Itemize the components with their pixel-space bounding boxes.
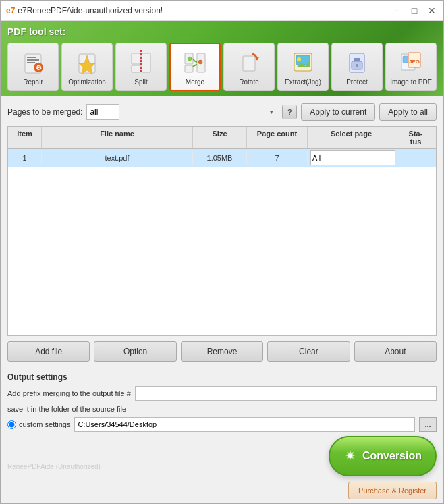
apply-all-button[interactable]: Apply to all	[379, 103, 437, 121]
svg-rect-13	[185, 65, 193, 72]
tool-extract[interactable]: Extract(Jpg)	[277, 43, 329, 91]
browse-button[interactable]: ...	[419, 417, 437, 432]
table-row[interactable]: 1 text.pdf 1.05MB 7 ▼	[8, 149, 436, 167]
extract-icon	[289, 49, 316, 76]
svg-rect-9	[132, 65, 140, 72]
bottom-row: ReneePDFAide (Unauthorized) Conversion P…	[7, 436, 437, 499]
window-title: e7ReneePDFAide-unauthorized version!	[18, 6, 163, 16]
svg-point-16	[198, 60, 202, 64]
row-pagecount: 7	[247, 151, 308, 165]
tool-optimization[interactable]: Optimization	[61, 43, 113, 91]
pages-select-wrapper: all custom	[86, 104, 278, 120]
custom-radio[interactable]	[7, 420, 16, 429]
prefix-row: Add prefix merging to the output file #	[7, 386, 437, 401]
file-table: Item File name Size Page count Select pa…	[7, 126, 437, 336]
row-filename: text.pdf	[42, 151, 193, 165]
close-button[interactable]: ✕	[426, 5, 438, 17]
tool-split[interactable]: Split	[115, 43, 167, 91]
svg-rect-3	[27, 62, 35, 63]
title-bar: e7 e7ReneePDFAide-unauthorized version! …	[1, 1, 443, 21]
tool-merge[interactable]: Merge	[169, 43, 221, 91]
merge-icon	[182, 49, 209, 76]
col-size: Size	[193, 127, 247, 148]
extract-label: Extract(Jpg)	[285, 78, 321, 86]
page-select-input[interactable]	[310, 150, 395, 165]
bottom-right-area: Conversion Purchase & Register	[329, 436, 437, 499]
svg-point-21	[297, 57, 301, 61]
tool-rotate[interactable]: Rotate	[223, 43, 275, 91]
protect-label: Protect	[346, 78, 368, 86]
table-body: 1 text.pdf 1.05MB 7 ▼	[8, 149, 436, 335]
apply-current-button[interactable]: Apply to current	[301, 103, 375, 121]
col-item: Item	[8, 127, 42, 148]
row-item: 1	[8, 151, 42, 165]
rotate-icon	[235, 49, 262, 76]
action-buttons: Add file Option Remove Clear About	[7, 341, 437, 362]
prefix-label: Add prefix merging to the output file #	[7, 389, 131, 397]
content-area: Pages to be merged: all custom ? Apply t…	[1, 96, 443, 368]
svg-point-15	[188, 57, 192, 61]
tool-icons-container: ⚙ Repair Optimization	[7, 43, 437, 91]
repair-label: Repair	[23, 78, 43, 86]
repair-icon: ⚙	[20, 49, 47, 76]
option-button[interactable]: Option	[94, 341, 176, 362]
svg-rect-17	[243, 56, 255, 71]
about-button[interactable]: About	[354, 341, 437, 362]
svg-rect-10	[142, 53, 150, 72]
toolbar-area: PDF tool set: ⚙ Repair	[1, 21, 443, 96]
custom-radio-label: custom settings	[19, 420, 70, 428]
col-status: Sta-tus	[395, 127, 436, 148]
row-size: 1.05MB	[193, 151, 247, 165]
save-row: save it in the folder of the source file	[7, 405, 437, 413]
svg-text:JPG: JPG	[409, 59, 420, 65]
output-settings: Output settings Add prefix merging to th…	[7, 372, 437, 432]
col-selectpage: Select page	[308, 127, 395, 148]
remove-button[interactable]: Remove	[181, 341, 263, 362]
svg-rect-1	[27, 57, 36, 58]
table-header: Item File name Size Page count Select pa…	[8, 127, 436, 149]
tool-image-to-pdf[interactable]: JPG Image to PDF	[385, 43, 437, 91]
row-status	[395, 155, 436, 161]
minimize-button[interactable]: −	[391, 5, 403, 17]
conversion-button[interactable]: Conversion	[329, 436, 437, 476]
split-icon	[128, 49, 155, 76]
conversion-gear-icon	[343, 449, 357, 463]
tool-repair[interactable]: ⚙ Repair	[7, 43, 59, 91]
add-file-button[interactable]: Add file	[7, 341, 90, 362]
purchase-button[interactable]: Purchase & Register	[348, 482, 437, 499]
toolbar-label: PDF tool set:	[7, 26, 437, 37]
help-button[interactable]: ?	[282, 105, 297, 119]
merge-label: Merge	[186, 78, 204, 86]
pages-select[interactable]: all custom	[86, 104, 119, 120]
col-pagecount: Page count	[247, 127, 308, 148]
row-selectpage: ▼	[308, 149, 395, 167]
conversion-label: Conversion	[362, 450, 422, 462]
optimization-label: Optimization	[68, 78, 106, 86]
protect-icon	[343, 49, 370, 76]
custom-row: custom settings C:Users/34544/Desktop ..…	[7, 417, 437, 432]
svg-rect-8	[132, 53, 140, 64]
col-filename: File name	[42, 127, 193, 148]
rotate-label: Rotate	[239, 78, 258, 86]
clear-button[interactable]: Clear	[267, 341, 350, 362]
bottom-area: Output settings Add prefix merging to th…	[1, 368, 443, 503]
custom-radio-row: custom settings	[7, 420, 70, 429]
svg-point-26	[356, 64, 358, 67]
tool-protect[interactable]: Protect	[331, 43, 383, 91]
svg-text:⚙: ⚙	[35, 64, 41, 72]
watermark-text: ReneePDFAide (Unauthorized)	[7, 463, 101, 470]
split-label: Split	[134, 78, 147, 86]
image-to-pdf-icon: JPG	[397, 49, 424, 76]
maximize-button[interactable]: □	[408, 5, 420, 17]
output-settings-label: Output settings	[7, 372, 437, 382]
optimization-icon	[74, 49, 101, 76]
prefix-input[interactable]	[135, 386, 437, 401]
merge-pages-label: Pages to be merged:	[7, 107, 82, 117]
svg-rect-2	[27, 59, 39, 61]
app-icon: e7	[6, 6, 15, 16]
merge-pages-row: Pages to be merged: all custom ? Apply t…	[7, 103, 437, 121]
window-controls: − □ ✕	[391, 5, 438, 17]
image-to-pdf-label: Image to PDF	[390, 78, 432, 86]
custom-path-input[interactable]: C:Users/34544/Desktop	[74, 417, 415, 432]
save-label: save it in the folder of the source file	[7, 405, 126, 413]
